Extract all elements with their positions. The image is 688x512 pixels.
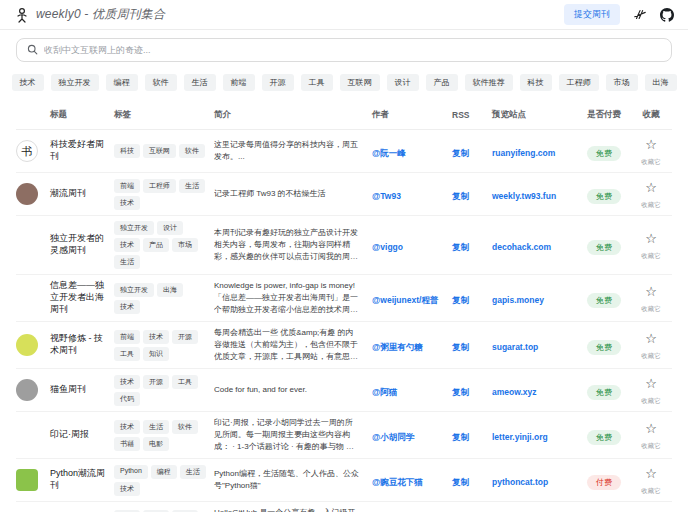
weekly-tag[interactable]: 前端 bbox=[114, 330, 140, 344]
rss-copy-link[interactable]: 复制 bbox=[452, 387, 469, 397]
star-icon[interactable]: ☆ bbox=[645, 467, 657, 480]
weekly-tag[interactable]: 生活 bbox=[143, 420, 169, 434]
weekly-intro: 印记·周报，记录小胡同学过去一周的所见所闻。每一期周报主要由这些内容构成： · … bbox=[214, 417, 372, 453]
author-link[interactable]: @粥里有勺糖 bbox=[372, 342, 423, 352]
search-input[interactable] bbox=[44, 45, 661, 55]
favorite-label[interactable]: 收藏它 bbox=[630, 252, 672, 261]
favorite-label[interactable]: 收藏它 bbox=[630, 442, 672, 451]
weekly-tag[interactable]: 前端 bbox=[114, 179, 140, 193]
weekly-tag[interactable]: 市场 bbox=[172, 238, 198, 252]
weekly-tag[interactable]: 书籍 bbox=[114, 437, 140, 451]
weekly-title: 视野修炼 - 技术周刊 bbox=[50, 333, 114, 356]
avatar bbox=[16, 469, 38, 491]
site-link[interactable]: decohack.com bbox=[492, 242, 551, 252]
site-link[interactable]: gapis.money bbox=[492, 295, 544, 305]
weekly-tag[interactable]: 工具 bbox=[172, 375, 198, 389]
filter-tag[interactable]: 前端 bbox=[223, 74, 255, 91]
star-icon[interactable]: ☆ bbox=[645, 422, 657, 435]
star-icon[interactable]: ☆ bbox=[645, 232, 657, 245]
filter-tag[interactable]: 软件 bbox=[145, 74, 177, 91]
weekly-tag[interactable]: 技术 bbox=[143, 330, 169, 344]
weekly-tag[interactable]: 生活 bbox=[114, 255, 140, 269]
brand-slashes-icon[interactable] bbox=[632, 7, 647, 22]
filter-tag[interactable]: 编程 bbox=[106, 74, 138, 91]
site-link[interactable]: pythoncat.top bbox=[492, 477, 548, 487]
site-link[interactable]: sugarat.top bbox=[492, 342, 538, 352]
author-link[interactable]: @Tw93 bbox=[372, 191, 401, 201]
weekly-tag[interactable]: 科技 bbox=[114, 144, 140, 158]
favorite-label[interactable]: 收藏它 bbox=[630, 305, 672, 314]
weekly-tag[interactable]: 开源 bbox=[172, 330, 198, 344]
filter-tag[interactable]: 工程师 bbox=[559, 74, 599, 91]
rss-copy-link[interactable]: 复制 bbox=[452, 148, 469, 158]
github-icon[interactable] bbox=[659, 7, 674, 22]
favorite-label[interactable]: 收藏它 bbox=[630, 397, 672, 406]
star-icon[interactable]: ☆ bbox=[645, 332, 657, 345]
star-icon[interactable]: ☆ bbox=[645, 285, 657, 298]
search-box[interactable] bbox=[16, 38, 672, 62]
site-link[interactable]: ruanyifeng.com bbox=[492, 148, 555, 158]
top-bar: weekly0 - 优质周刊集合 提交周刊 bbox=[0, 0, 688, 30]
rss-copy-link[interactable]: 复制 bbox=[452, 295, 469, 305]
filter-tag[interactable]: 工具 bbox=[301, 74, 333, 91]
favorite-label[interactable]: 收藏它 bbox=[630, 158, 672, 167]
filter-tag[interactable]: 产品 bbox=[426, 74, 458, 91]
rss-copy-link[interactable]: 复制 bbox=[452, 342, 469, 352]
weekly-tag[interactable]: 出海 bbox=[157, 283, 183, 297]
weekly-tag[interactable]: 独立开发 bbox=[114, 283, 154, 297]
author-link[interactable]: @viggo bbox=[372, 242, 403, 252]
weekly-tag[interactable]: 编程 bbox=[151, 465, 177, 479]
weekly-tag[interactable]: 技术 bbox=[114, 300, 140, 314]
site-link[interactable]: letter.yinji.org bbox=[492, 432, 548, 442]
weekly-tag[interactable]: 电影 bbox=[143, 437, 169, 451]
author-link[interactable]: @阮一峰 bbox=[372, 148, 406, 158]
weekly-tag[interactable]: 代码 bbox=[114, 392, 140, 406]
star-icon[interactable]: ☆ bbox=[645, 377, 657, 390]
filter-tag[interactable]: 开源 bbox=[262, 74, 294, 91]
weekly-tag[interactable]: Python bbox=[114, 465, 148, 479]
favorite-label[interactable]: 收藏它 bbox=[630, 201, 672, 210]
rss-copy-link[interactable]: 复制 bbox=[452, 191, 469, 201]
submit-weekly-button[interactable]: 提交周刊 bbox=[564, 4, 620, 25]
weekly-tag[interactable]: 设计 bbox=[157, 221, 183, 235]
weekly-tag[interactable]: 工程师 bbox=[143, 179, 176, 193]
filter-tag[interactable]: 软件推荐 bbox=[465, 74, 513, 91]
site-link[interactable]: weekly.tw93.fun bbox=[492, 191, 556, 201]
weekly-tag[interactable]: 技术 bbox=[114, 482, 140, 496]
weekly-tag[interactable]: 互联网 bbox=[143, 144, 176, 158]
star-icon[interactable]: ☆ bbox=[645, 138, 657, 151]
weekly-tag[interactable]: 技术 bbox=[114, 238, 140, 252]
filter-tag[interactable]: 独立开发 bbox=[51, 74, 99, 91]
weekly-tag[interactable]: 工具 bbox=[114, 347, 140, 361]
weekly-tag[interactable]: 技术 bbox=[114, 420, 140, 434]
weekly-tag[interactable]: 开源 bbox=[143, 375, 169, 389]
star-icon[interactable]: ☆ bbox=[645, 181, 657, 194]
weekly-tag[interactable]: 技术 bbox=[114, 196, 140, 210]
favorite-label[interactable]: 收藏它 bbox=[630, 352, 672, 361]
weekly-tag[interactable]: 知识 bbox=[143, 347, 169, 361]
weekly-tag[interactable]: 生活 bbox=[180, 465, 206, 479]
weekly-tag[interactable]: 软件 bbox=[172, 420, 198, 434]
author-link[interactable]: @weijunext/程普 bbox=[372, 295, 438, 305]
site-link[interactable]: ameow.xyz bbox=[492, 387, 537, 397]
author-link[interactable]: @小胡同学 bbox=[372, 432, 414, 442]
rss-copy-link[interactable]: 复制 bbox=[452, 477, 469, 487]
filter-tag[interactable]: 技术 bbox=[12, 74, 44, 91]
weekly-tag[interactable]: 技术 bbox=[114, 375, 140, 389]
author-link[interactable]: @豌豆花下猫 bbox=[372, 477, 423, 487]
rss-copy-link[interactable]: 复制 bbox=[452, 242, 469, 252]
filter-tag[interactable]: 生活 bbox=[184, 74, 216, 91]
filter-tag[interactable]: 出海 bbox=[645, 74, 677, 91]
weekly-tag[interactable]: 产品 bbox=[143, 238, 169, 252]
weekly-tags: Python编程生活技术 bbox=[114, 465, 214, 496]
weekly-tag[interactable]: 软件 bbox=[179, 144, 205, 158]
filter-tag[interactable]: 科技 bbox=[520, 74, 552, 91]
weekly-tag[interactable]: 生活 bbox=[179, 179, 205, 193]
filter-tag[interactable]: 市场 bbox=[606, 74, 638, 91]
weekly-tag[interactable]: 独立开发 bbox=[114, 221, 154, 235]
author-link[interactable]: @阿猫 bbox=[372, 387, 397, 397]
rss-copy-link[interactable]: 复制 bbox=[452, 432, 469, 442]
favorite-label[interactable]: 收藏它 bbox=[630, 487, 672, 496]
filter-tag[interactable]: 互联网 bbox=[340, 74, 380, 91]
filter-tag[interactable]: 设计 bbox=[387, 74, 419, 91]
